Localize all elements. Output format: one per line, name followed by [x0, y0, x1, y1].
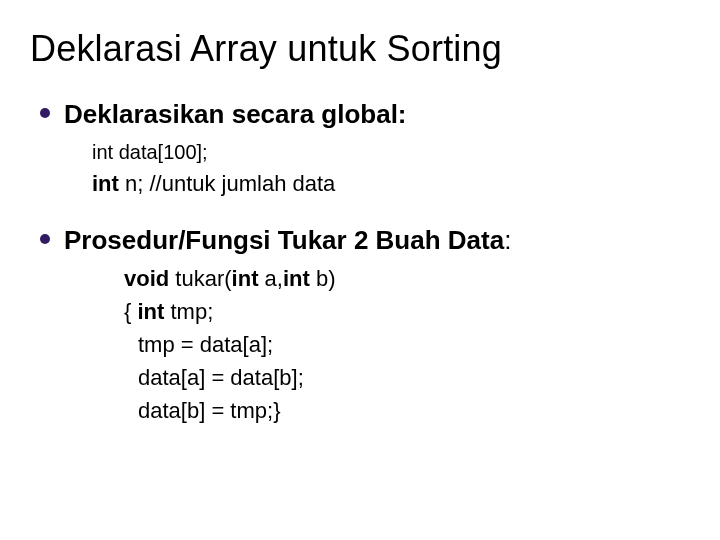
section2-line3: tmp = data[a];: [138, 328, 690, 361]
section1-line2-rest: n; //untuk jumlah data: [119, 171, 335, 196]
text: a,: [258, 266, 282, 291]
bullet-item-1: Deklarasikan secara global:: [40, 98, 690, 131]
spacer: [30, 200, 690, 224]
keyword-int: int: [232, 266, 259, 291]
section1-heading: Deklarasikan secara global:: [64, 98, 407, 131]
text: b): [310, 266, 336, 291]
keyword-int: int: [283, 266, 310, 291]
section2-heading: Prosedur/Fungsi Tukar 2 Buah Data:: [64, 224, 511, 257]
section2-line4: data[a] = data[b];: [138, 361, 690, 394]
bullet-icon: [40, 108, 50, 118]
keyword-int: int: [92, 171, 119, 196]
section2-line2: { int tmp;: [124, 295, 690, 328]
text: tmp;: [164, 299, 213, 324]
section2-line1: void tukar(int a,int b): [124, 262, 690, 295]
text: tukar(: [169, 266, 231, 291]
section2-line5: data[b] = tmp;}: [138, 394, 690, 427]
slide-title: Deklarasi Array untuk Sorting: [30, 28, 690, 70]
brace-open: {: [124, 299, 137, 324]
keyword-void: void: [124, 266, 169, 291]
slide: Deklarasi Array untuk Sorting Deklarasik…: [0, 0, 720, 540]
section1-code-line1: int data[100];: [92, 137, 690, 167]
bullet-icon: [40, 234, 50, 244]
bullet-item-2: Prosedur/Fungsi Tukar 2 Buah Data:: [40, 224, 690, 257]
section2-heading-text: Prosedur/Fungsi Tukar 2 Buah Data: [64, 225, 504, 255]
section1-code-line2: int n; //untuk jumlah data: [92, 167, 690, 200]
keyword-int: int: [137, 299, 164, 324]
